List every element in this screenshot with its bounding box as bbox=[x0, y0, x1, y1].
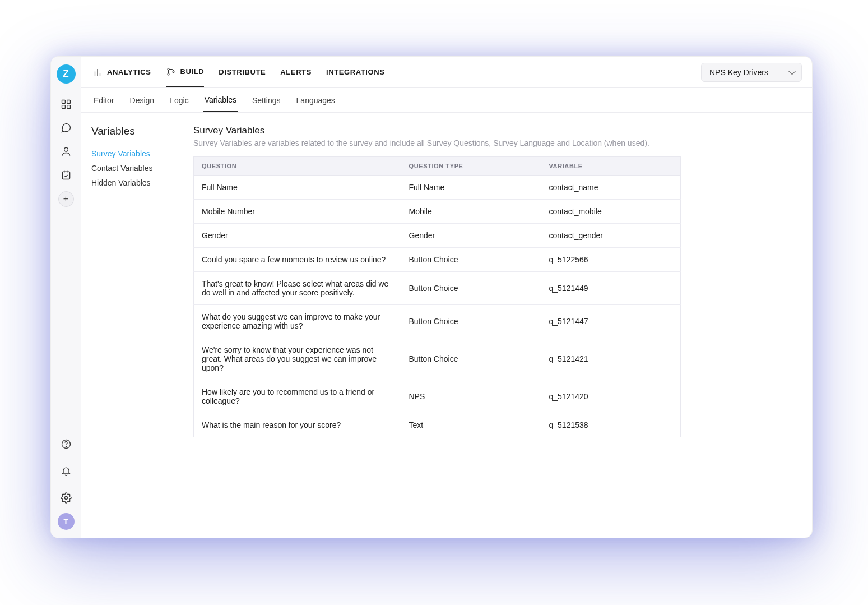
cell-question: What do you suggest we can improve to ma… bbox=[194, 305, 401, 338]
content-area: Variables Survey Variables Contact Varia… bbox=[81, 113, 812, 538]
cell-question: Gender bbox=[194, 224, 401, 248]
cell-type: NPS bbox=[401, 380, 541, 413]
cell-question: That's great to know! Please select what… bbox=[194, 272, 401, 305]
project-selector-label: NPS Key Drivers bbox=[709, 68, 768, 77]
table-row: GenderGendercontact_gender bbox=[194, 224, 681, 248]
cell-variable: contact_name bbox=[541, 176, 681, 200]
subnav-logic[interactable]: Logic bbox=[169, 89, 189, 112]
sidepanel-title: Variables bbox=[91, 125, 183, 137]
topnav-alerts[interactable]: ALERTS bbox=[280, 57, 312, 87]
cell-type: Button Choice bbox=[401, 305, 541, 338]
topnav-label: DISTRIBUTE bbox=[219, 68, 266, 76]
cell-variable: contact_mobile bbox=[541, 200, 681, 224]
cell-question: Mobile Number bbox=[194, 200, 401, 224]
topnav-analytics[interactable]: ANALYTICS bbox=[92, 57, 151, 87]
app-window: Z + T bbox=[50, 56, 813, 538]
variables-sidepanel: Variables Survey Variables Contact Varia… bbox=[81, 113, 193, 538]
nav-task-icon[interactable] bbox=[56, 165, 76, 185]
cell-type: Gender bbox=[401, 224, 541, 248]
section-title: Survey Variables bbox=[193, 125, 799, 136]
subnav-settings[interactable]: Settings bbox=[251, 89, 282, 112]
th-type: QUESTION TYPE bbox=[401, 157, 541, 176]
topnav-label: ALERTS bbox=[280, 68, 312, 76]
svg-rect-1 bbox=[67, 100, 70, 104]
cell-question: Could you spare a few moments to review … bbox=[194, 248, 401, 272]
topnav-build[interactable]: BUILD bbox=[166, 57, 205, 87]
cell-variable: q_5122566 bbox=[541, 248, 681, 272]
cell-type: Button Choice bbox=[401, 338, 541, 380]
table-row: Mobile NumberMobilecontact_mobile bbox=[194, 200, 681, 224]
notifications-icon[interactable] bbox=[56, 461, 76, 481]
svg-point-4 bbox=[64, 147, 68, 151]
section-description: Survey Variables are variables related t… bbox=[193, 138, 799, 147]
cell-variable: q_5121421 bbox=[541, 338, 681, 380]
cell-variable: q_5121538 bbox=[541, 413, 681, 437]
help-icon[interactable] bbox=[56, 434, 76, 454]
cell-variable: q_5121420 bbox=[541, 380, 681, 413]
main-panel: Survey Variables Survey Variables are va… bbox=[193, 113, 812, 538]
cell-type: Text bbox=[401, 413, 541, 437]
subnav-variables[interactable]: Variables bbox=[203, 89, 238, 112]
topbar: ANALYTICS BUILD DISTRIBUTE ALERTS INTEGR… bbox=[81, 57, 812, 88]
avatar[interactable]: T bbox=[58, 513, 75, 530]
svg-rect-2 bbox=[62, 105, 65, 109]
topnav-label: INTEGRATIONS bbox=[326, 68, 384, 76]
cell-type: Mobile bbox=[401, 200, 541, 224]
svg-point-9 bbox=[168, 68, 169, 70]
svg-point-7 bbox=[66, 446, 66, 447]
cell-question: Full Name bbox=[194, 176, 401, 200]
cell-type: Button Choice bbox=[401, 272, 541, 305]
variables-table: QUESTION QUESTION TYPE VARIABLE Full Nam… bbox=[193, 156, 681, 437]
nav-dashboard-icon[interactable] bbox=[56, 94, 76, 114]
topnav-distribute[interactable]: DISTRIBUTE bbox=[219, 57, 266, 87]
table-row: What do you suggest we can improve to ma… bbox=[194, 305, 681, 338]
cell-variable: q_5121449 bbox=[541, 272, 681, 305]
subnav-editor[interactable]: Editor bbox=[92, 89, 115, 112]
cell-question: We're sorry to know that your experience… bbox=[194, 338, 401, 380]
cell-question: What is the main reason for your score? bbox=[194, 413, 401, 437]
subnav-design[interactable]: Design bbox=[129, 89, 156, 112]
table-row: Full NameFull Namecontact_name bbox=[194, 176, 681, 200]
settings-icon[interactable] bbox=[56, 488, 76, 508]
left-rail: Z + T bbox=[51, 57, 81, 538]
topnav-label: ANALYTICS bbox=[107, 68, 151, 76]
th-variable: VARIABLE bbox=[541, 157, 681, 176]
table-row: What is the main reason for your score?T… bbox=[194, 413, 681, 437]
table-row: That's great to know! Please select what… bbox=[194, 272, 681, 305]
cell-variable: contact_gender bbox=[541, 224, 681, 248]
subnav-languages[interactable]: Languages bbox=[295, 89, 336, 112]
cell-question: How likely are you to recommend us to a … bbox=[194, 380, 401, 413]
svg-rect-5 bbox=[62, 172, 69, 179]
table-row: Could you spare a few moments to review … bbox=[194, 248, 681, 272]
svg-point-8 bbox=[64, 497, 67, 500]
cell-variable: q_5121447 bbox=[541, 305, 681, 338]
table-row: We're sorry to know that your experience… bbox=[194, 338, 681, 380]
cell-type: Button Choice bbox=[401, 248, 541, 272]
nav-user-icon[interactable] bbox=[56, 141, 76, 161]
svg-rect-3 bbox=[67, 105, 70, 109]
brand-logo[interactable]: Z bbox=[57, 64, 76, 84]
cell-type: Full Name bbox=[401, 176, 541, 200]
main-column: ANALYTICS BUILD DISTRIBUTE ALERTS INTEGR… bbox=[81, 57, 812, 538]
sidelink-survey-variables[interactable]: Survey Variables bbox=[91, 146, 183, 161]
svg-rect-0 bbox=[62, 100, 65, 104]
sidelink-contact-variables[interactable]: Contact Variables bbox=[91, 161, 183, 176]
topnav-label: BUILD bbox=[180, 67, 205, 76]
project-selector[interactable]: NPS Key Drivers bbox=[701, 63, 802, 82]
svg-point-10 bbox=[173, 71, 174, 72]
nav-chat-icon[interactable] bbox=[56, 118, 76, 138]
sidelink-hidden-variables[interactable]: Hidden Variables bbox=[91, 176, 183, 190]
add-button[interactable]: + bbox=[58, 191, 74, 207]
svg-point-11 bbox=[168, 73, 169, 75]
table-row: How likely are you to recommend us to a … bbox=[194, 380, 681, 413]
th-question: QUESTION bbox=[194, 157, 401, 176]
subnav: Editor Design Logic Variables Settings L… bbox=[81, 88, 812, 113]
topnav-integrations[interactable]: INTEGRATIONS bbox=[326, 57, 384, 87]
